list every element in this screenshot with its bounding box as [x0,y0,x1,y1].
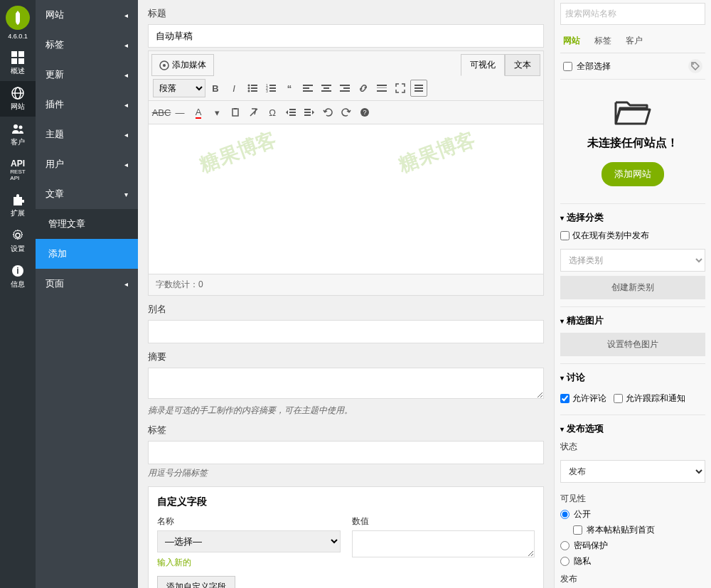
cf-enter-new-link[interactable]: 输入新的 [157,557,191,569]
svg-rect-25 [269,90,276,92]
category-select[interactable]: 选择类别 [560,249,705,272]
alias-input[interactable] [148,320,544,343]
globe-icon [11,87,24,100]
add-media-button[interactable]: 添加媒体 [151,54,214,76]
svg-rect-40 [415,90,423,92]
hr-button[interactable]: — [171,104,188,121]
menu-site[interactable]: 网站◂ [36,0,138,30]
nav-extensions[interactable]: 扩展 [0,188,36,223]
text-color-button[interactable]: A [190,104,207,121]
nav-overview[interactable]: 概述 [0,46,36,81]
tab-clients[interactable]: 客户 [626,35,643,47]
tab-text[interactable]: 文本 [505,54,540,76]
format-select[interactable]: 段落 [153,79,205,97]
create-category-button[interactable]: 创建新类别 [560,276,705,299]
svg-rect-0 [11,51,17,57]
tags-input[interactable] [148,441,544,464]
allow-comments-checkbox[interactable] [560,394,570,403]
link-button[interactable] [355,80,372,97]
allow-ping-checkbox[interactable] [614,394,623,403]
publish-header[interactable]: 发布选项 [560,422,705,435]
word-count: 字数统计：0 [149,274,543,295]
publish-existing-checkbox[interactable] [560,231,570,240]
menu-users[interactable]: 用户◂ [36,149,138,179]
svg-rect-39 [415,87,423,89]
menu-add-post[interactable]: 添加 [36,239,138,269]
paste-text-button[interactable] [227,104,244,121]
vis-public-radio[interactable] [560,510,570,519]
menu-posts[interactable]: 文章▾ [36,179,138,209]
vis-password-radio[interactable] [560,541,570,550]
menu-themes[interactable]: 主题◂ [36,119,138,149]
svg-rect-17 [251,87,257,89]
discussion-panel: 讨论 允许评论 允许跟踪和通知 [560,363,705,415]
menu-updates[interactable]: 更新◂ [36,60,138,90]
title-input[interactable] [148,24,544,48]
number-list-button[interactable]: 123 [262,80,279,97]
svg-point-16 [248,87,250,90]
nav-api[interactable]: API RESTAPI [0,152,36,188]
right-panel: 搜索网站名称 网站 标签 客户 全部选择 未连接任何站点！ 添加网站 选择分类 … [554,0,711,588]
clear-format-button[interactable] [245,104,262,121]
chevron-left-icon: ◂ [124,41,128,49]
tab-tags[interactable]: 标签 [594,35,611,47]
editor: 添加媒体 可视化 文本 段落 B I 123 “ ABC — A [148,50,544,296]
strikethrough-button[interactable]: ABC [153,104,170,121]
tag-icon-button[interactable] [688,59,702,73]
search-input[interactable]: 搜索网站名称 [560,3,705,25]
readmore-button[interactable] [373,80,390,97]
vis-private-radio[interactable] [560,557,570,566]
text-color-dropdown[interactable]: ▾ [208,104,225,121]
add-site-button[interactable]: 添加网站 [602,162,664,186]
menu-tags[interactable]: 标签◂ [36,30,138,60]
menu-manage-posts[interactable]: 管理文章 [36,209,138,239]
select-all-label: 全部选择 [577,60,611,73]
outdent-button[interactable] [282,104,299,121]
cf-name-select[interactable]: —选择— [157,530,341,552]
set-featured-button[interactable]: 设置特色图片 [560,333,705,356]
menu-pages[interactable]: 页面◂ [36,269,138,299]
api-icon: API [11,159,25,169]
fullscreen-button[interactable] [392,80,409,97]
svg-text:i: i [16,266,18,276]
add-custom-field-button[interactable]: 添加自定义字段 [157,576,235,588]
publish-panel: 发布选项 状态 发布 可见性 公开 将本帖粘贴到首页 密码保护 隐私 发布 立即… [560,415,705,588]
align-center-button[interactable] [318,80,335,97]
category-header[interactable]: 选择分类 [560,211,705,224]
undo-button[interactable] [319,104,336,121]
sticky-checkbox[interactable] [573,525,582,535]
special-char-button[interactable]: Ω [264,104,281,121]
cf-value-input[interactable] [352,530,535,557]
editor-body[interactable]: 糖果博客 糖果博客 [149,124,543,274]
category-panel: 选择分类 仅在现有类别中发布 选择类别 创建新类别 [560,203,705,306]
align-left-button[interactable] [299,80,316,97]
blockquote-button[interactable]: “ [281,80,298,97]
tab-visual[interactable]: 可视化 [461,54,505,76]
nav-sites[interactable]: 网站 [0,81,36,117]
redo-button[interactable] [338,104,355,121]
excerpt-input[interactable] [148,368,544,399]
nav-clients[interactable]: 客户 [0,117,36,152]
bullet-list-button[interactable] [244,80,261,97]
align-right-button[interactable] [336,80,353,97]
bold-button[interactable]: B [207,80,224,97]
indent-button[interactable] [301,104,318,121]
italic-button[interactable]: I [225,80,242,97]
nav-settings[interactable]: 设置 [0,223,36,259]
svg-rect-34 [340,90,350,92]
featured-panel: 精选图片 设置特色图片 [560,306,705,363]
svg-rect-44 [289,112,296,113]
kitchen-sink-button[interactable] [410,80,427,97]
discussion-header[interactable]: 讨论 [560,371,705,384]
featured-header[interactable]: 精选图片 [560,314,705,327]
status-select[interactable]: 发布 [560,460,705,483]
svg-point-13 [163,64,166,67]
tab-sites[interactable]: 网站 [563,35,580,47]
select-all-checkbox[interactable] [563,62,572,71]
tags-help: 用逗号分隔标签 [148,467,544,479]
custom-fields-title: 自定义字段 [157,496,535,508]
nav-info[interactable]: i 信息 [0,259,36,294]
svg-rect-23 [269,87,276,89]
menu-plugins[interactable]: 插件◂ [36,90,138,119]
help-button[interactable]: ? [356,104,373,121]
